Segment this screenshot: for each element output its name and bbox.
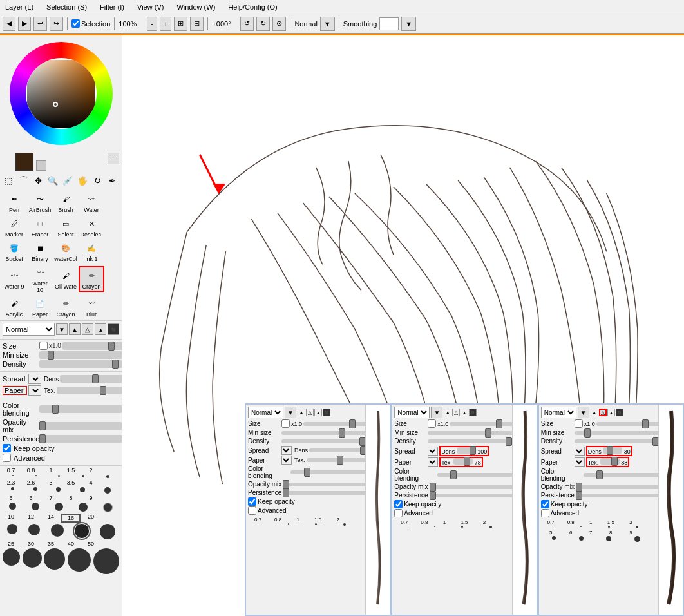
dot[interactable] xyxy=(489,526,492,528)
dot[interactable] xyxy=(11,487,14,490)
cmp2-shape3[interactable]: ▴ xyxy=(461,409,468,416)
tool-hand[interactable]: 🖐 xyxy=(75,173,90,188)
brush-bucket[interactable]: 🪣 Bucket xyxy=(1,239,27,264)
brush-binary[interactable]: ◼ Binary xyxy=(27,239,53,264)
brush-brush[interactable]: 🖌 Brush xyxy=(53,190,79,215)
tool-pen[interactable]: ✒ xyxy=(105,173,119,188)
dot[interactable] xyxy=(23,548,42,568)
cmp3-size-cb[interactable] xyxy=(575,419,583,428)
dot[interactable] xyxy=(106,475,109,478)
cmp2-dens-slider[interactable] xyxy=(457,447,476,454)
cmp2-keepopacity-cb[interactable] xyxy=(394,500,403,508)
zoom-in-btn[interactable]: + xyxy=(160,17,171,31)
blend-mode-select[interactable]: Normal xyxy=(3,323,55,336)
color-wheel-area[interactable] xyxy=(0,35,122,151)
menu-filter[interactable]: Filter (I) xyxy=(97,3,127,12)
brush-paper[interactable]: 📄 Paper xyxy=(27,294,53,319)
brush-shape-1[interactable]: ▲ xyxy=(69,323,81,335)
cmp1-blend-select[interactable]: Normal xyxy=(248,407,283,418)
cmp1-minsize-slider[interactable] xyxy=(281,431,370,435)
cmp2-paper-select[interactable]: ▼ xyxy=(428,457,438,467)
cmp3-dd-btn[interactable]: ▼ xyxy=(578,407,589,418)
persistence-slider[interactable] xyxy=(39,435,122,443)
dot[interactable] xyxy=(33,487,37,491)
keep-opacity-checkbox[interactable] xyxy=(3,444,11,452)
dot[interactable] xyxy=(55,503,63,511)
rot-ccw-btn[interactable]: ↺ xyxy=(240,17,254,31)
spread-select[interactable]: ▼ xyxy=(28,374,41,384)
cmp3-paper-select[interactable]: ▼ xyxy=(575,457,585,467)
cmp3-persistence-slider[interactable] xyxy=(576,494,667,497)
dot[interactable] xyxy=(636,526,638,528)
cmp1-shape4[interactable]: ◾ xyxy=(323,409,330,416)
smoothing-input[interactable]: 10 xyxy=(379,17,399,30)
dot[interactable] xyxy=(461,526,463,528)
zoom-fit-btn[interactable]: ⊞ xyxy=(174,17,187,31)
cmp2-shape2[interactable]: △ xyxy=(452,409,460,416)
cmp3-shape2-active[interactable]: △ xyxy=(599,409,607,416)
cmp1-paper-select[interactable]: ▼ xyxy=(281,456,292,465)
tool-move[interactable]: ✥ xyxy=(31,173,45,188)
dot[interactable] xyxy=(608,526,610,528)
cmp3-density-slider[interactable] xyxy=(575,439,663,443)
dot[interactable] xyxy=(7,524,17,534)
cmp2-density-slider[interactable] xyxy=(428,439,516,443)
brush-acrylic[interactable]: 🖌 Acrylic xyxy=(1,294,27,319)
dens-slider[interactable] xyxy=(60,375,122,383)
dot[interactable] xyxy=(35,475,37,476)
tex-slider[interactable] xyxy=(57,387,122,394)
paper-select[interactable]: ▼ xyxy=(28,385,41,396)
min-size-slider[interactable] xyxy=(39,351,122,359)
cmp3-tex-slider[interactable] xyxy=(600,458,620,465)
dot[interactable] xyxy=(343,523,346,526)
rot-cw-btn[interactable]: ↻ xyxy=(256,17,270,31)
tool-rotate[interactable]: ↻ xyxy=(90,173,104,188)
brush-blur[interactable]: 〰 Blur xyxy=(79,294,104,319)
menu-window[interactable]: Window (W) xyxy=(174,3,218,12)
cmp1-keepopacity-cb[interactable] xyxy=(248,497,256,506)
dot[interactable] xyxy=(9,503,16,510)
cmp3-spread-select[interactable]: ▼ xyxy=(575,447,585,456)
dot-selected[interactable] xyxy=(75,524,89,538)
dot[interactable] xyxy=(408,526,408,526)
cmp2-size-cb[interactable] xyxy=(428,419,436,428)
brush-marker[interactable]: 🖊 Marker xyxy=(1,215,27,239)
dot[interactable] xyxy=(288,523,289,525)
brush-water9[interactable]: 〰 Water 9 xyxy=(1,267,27,291)
dot[interactable] xyxy=(579,536,584,541)
density-slider[interactable] xyxy=(39,360,122,368)
dot[interactable] xyxy=(32,503,39,510)
dot[interactable] xyxy=(28,524,40,535)
zoom-out-btn[interactable]: - xyxy=(147,17,157,31)
cmp2-blend-select[interactable]: Normal xyxy=(394,407,430,418)
cmp3-opacitymix-slider[interactable] xyxy=(576,485,667,489)
cmp1-shape2[interactable]: △ xyxy=(306,409,314,416)
smoothing-down-btn[interactable]: ▼ xyxy=(401,17,416,31)
dot[interactable] xyxy=(56,487,61,492)
toolbar-redo-btn[interactable]: ↪ xyxy=(50,17,63,31)
menu-view[interactable]: View (V) xyxy=(135,3,166,12)
tool-zoom[interactable]: 🔍 xyxy=(46,173,60,188)
tool-select[interactable]: ⬚ xyxy=(1,173,15,188)
dot[interactable] xyxy=(44,548,65,570)
brush-airbrush[interactable]: 〜 AirBrush xyxy=(27,190,53,215)
cmp1-spread-select[interactable]: ▼ xyxy=(281,446,292,455)
cmp3-advanced-cb[interactable] xyxy=(541,509,549,517)
menu-layer[interactable]: Layer (L) xyxy=(3,3,36,12)
zoom-full-btn[interactable]: ⊟ xyxy=(190,17,204,31)
dot[interactable] xyxy=(580,526,582,527)
toolbar-back-btn[interactable]: ◀ xyxy=(3,17,15,31)
cmp2-opacitymix-slider[interactable] xyxy=(430,485,520,489)
foreground-color[interactable] xyxy=(15,153,33,171)
cmp3-minsize-slider[interactable] xyxy=(575,431,663,435)
color-gradient-box[interactable] xyxy=(27,60,95,128)
cmp2-dd-btn[interactable]: ▼ xyxy=(431,407,442,418)
cmp1-shape1[interactable]: ▲ xyxy=(298,409,305,416)
dot[interactable] xyxy=(12,475,14,476)
dot[interactable] xyxy=(434,526,435,527)
tool-eyedrop[interactable]: 💉 xyxy=(61,173,75,188)
cmp2-colblend-slider[interactable] xyxy=(437,473,520,477)
size-checkbox[interactable] xyxy=(39,342,48,350)
blend-mode-dropdown[interactable]: ▼ xyxy=(56,323,68,335)
dot[interactable] xyxy=(554,526,555,526)
